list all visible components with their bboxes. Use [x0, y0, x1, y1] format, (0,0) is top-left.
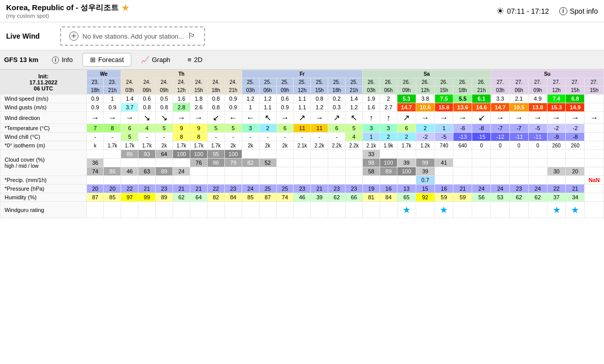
no-station-text: No live stations. Add your station... [82, 33, 184, 40]
wg-4: 0.8 [156, 103, 173, 112]
cm-16: 98 [363, 159, 380, 167]
nav-tabs: GFS 13 km i Info ⊞ Forecast 📈 Graph ≡ 2D [0, 50, 604, 70]
h-06d: 06h [509, 86, 528, 95]
ch-12 [294, 150, 311, 159]
wd-17: ↑ [380, 112, 397, 124]
pr-12 [294, 176, 311, 185]
wg-10: 1.1 [259, 103, 276, 112]
t-4: 5 [156, 124, 173, 133]
hu-4: 89 [156, 193, 173, 202]
h-12d: 12h [547, 86, 566, 95]
tab-graph[interactable]: 📈 Graph [133, 53, 178, 67]
t-23: -7 [491, 124, 510, 133]
t-10: 2 [259, 124, 276, 133]
ch-6: 100 [190, 150, 207, 159]
r-14 [328, 202, 346, 218]
pr-3 [138, 176, 156, 185]
ws-9: 1.2 [242, 95, 259, 103]
wg-25: 13.8 [528, 103, 547, 112]
spot-info-button[interactable]: i Spot info [559, 7, 598, 15]
wg-17: 2.7 [380, 103, 397, 112]
hu-13: 39 [311, 193, 328, 202]
hu-11: 74 [276, 193, 294, 202]
cl-2: 46 [121, 167, 138, 176]
pr-10 [259, 176, 276, 185]
r-19 [416, 202, 435, 218]
init-utc: 06 UTC [3, 85, 84, 92]
h-06b: 06h [259, 86, 276, 95]
tab-info[interactable]: i Info [44, 53, 80, 67]
cm-26 [547, 159, 566, 167]
h-21b: 21h [224, 86, 242, 95]
add-station-area[interactable]: + No live stations. Add your station... … [60, 26, 205, 46]
ws-12: 1.1 [294, 95, 311, 103]
hu-9: 85 [242, 193, 259, 202]
tab-forecast[interactable]: ⊞ Forecast [82, 53, 132, 67]
pr-6 [190, 176, 207, 185]
cm-22 [472, 159, 491, 167]
iso-23: 0 [491, 141, 510, 150]
r-4 [156, 202, 173, 218]
gfs-label: GFS 13 km [4, 56, 38, 64]
h-15b: 15h [311, 86, 328, 95]
t-22: -8 [472, 124, 491, 133]
precip-row: *Precip. (mm/1h) 0.7 NaN [1, 176, 604, 185]
wind-chill-row: Wind chill (°C) - - 5 - - 8 8 - - - - - … [1, 133, 604, 141]
r-8 [224, 202, 242, 218]
sun-times: ☀ 07:11 - 17:12 [496, 6, 549, 17]
ch-28 [585, 150, 604, 159]
wg-22: 14.6 [472, 103, 491, 112]
cm-6: 76 [190, 159, 207, 167]
date-th-24a: 24. [121, 78, 138, 86]
r-23 [491, 202, 510, 218]
pr-11 [276, 176, 294, 185]
pr-20 [435, 176, 453, 185]
wg-27: 14.9 [566, 103, 585, 112]
iso-16: 2.1k [363, 141, 380, 150]
hu-15: 66 [346, 193, 363, 202]
ws-27: 6.8 [566, 95, 585, 103]
header-left: Korea, Republic of - 성우리조트 ★ (my custom … [6, 3, 129, 19]
p-2: 22 [121, 185, 138, 193]
ch-11 [276, 150, 294, 159]
wc-14: - [328, 133, 346, 141]
date-su-27d: 27. [547, 78, 566, 86]
date-sa-26f: 26. [453, 78, 472, 86]
date-su-27a: 27. [491, 78, 510, 86]
iso-28 [585, 141, 604, 150]
tab-2d[interactable]: ≡ 2D [180, 53, 210, 67]
t-26: -2 [547, 124, 566, 133]
wc-17: 2 [380, 133, 397, 141]
t-17: 3 [380, 124, 397, 133]
hu-23: 53 [491, 193, 510, 202]
wg-26: 15.3 [547, 103, 566, 112]
iso-18: 1.7k [397, 141, 416, 150]
ws-25: 4.9 [528, 95, 547, 103]
hu-26: 37 [547, 193, 566, 202]
ws-22: 6.1 [472, 95, 491, 103]
ws-5: 1.6 [173, 95, 190, 103]
iso-9: 2k [242, 141, 259, 150]
date-th-24f: 24. [207, 78, 224, 86]
iso-21: 640 [453, 141, 472, 150]
cl-6 [190, 167, 207, 176]
cl-12 [294, 167, 311, 176]
date-th-24g: 24. [224, 78, 242, 86]
ch-14 [328, 150, 346, 159]
ws-20: 7.5 [435, 95, 453, 103]
date-we-23b: 23. [104, 78, 121, 86]
date-sa-26a: 26. [363, 78, 380, 86]
wg-12: 1.1 [294, 103, 311, 112]
pr-2 [121, 176, 138, 185]
wc-6: 8 [190, 133, 207, 141]
ch-10 [259, 150, 276, 159]
cm-3 [138, 159, 156, 167]
wd-11: → [276, 112, 294, 124]
pr-16 [363, 176, 380, 185]
star-icon[interactable]: ★ [122, 3, 129, 13]
wg-21: 13.6 [453, 103, 472, 112]
hour-row: 18h 21h 03h 06h 09h 12h 15h 18h 21h 03h … [1, 86, 604, 95]
wc-11: - [276, 133, 294, 141]
day-fr: Fr [242, 70, 362, 78]
init-date: 17.11.2022 [3, 79, 84, 85]
